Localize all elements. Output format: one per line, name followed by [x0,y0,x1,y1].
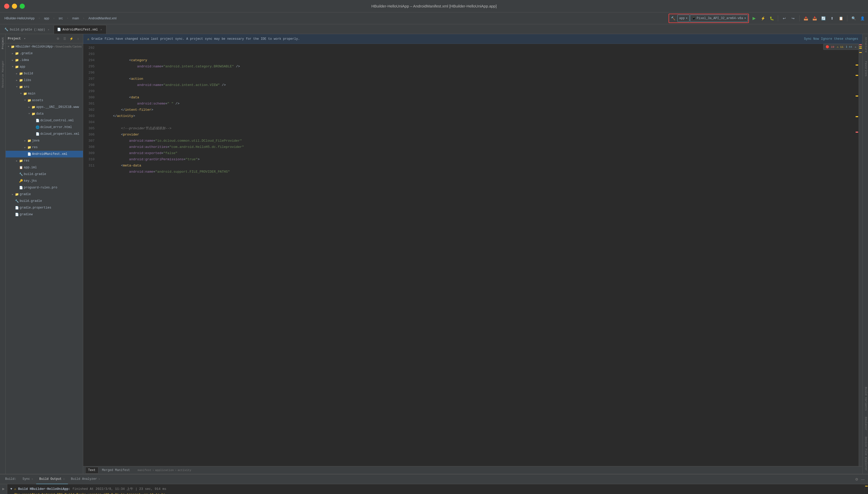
build-output-close[interactable]: ✕ [63,477,65,480]
tab-manifest-close[interactable]: ✕ [100,28,103,32]
maximize-button[interactable] [20,4,25,9]
project-name-btn[interactable]: HBuilder-HelloUniApp [2,15,37,22]
build-output-text[interactable]: ▼ ⚠ Build HBuilder-HelloUniApp: finished… [7,484,864,494]
sync-now-btn[interactable]: Sync Now [804,37,819,41]
tree-toggle[interactable]: ▶ [11,193,15,196]
app-btn[interactable]: app [41,15,51,22]
build-analyzer-close[interactable]: ✕ [98,477,100,480]
minimize-button[interactable] [12,4,17,9]
project-tab[interactable]: Project [1,34,5,52]
debug-button[interactable]: 🐛 [768,15,775,22]
tree-item[interactable]: ▶📁libs [6,77,83,83]
tab-build-gradle-close[interactable]: ✕ [47,28,50,32]
ignore-btn[interactable]: Ignore these changes [821,37,858,41]
code-content[interactable]: <category android:name="android.intent.c… [103,44,855,466]
tree-item[interactable]: 🔧build.gradle [6,171,83,177]
vcs3-btn[interactable]: 🔄 [820,15,827,22]
tree-item[interactable]: ▼📁assets [6,97,83,104]
tree-item[interactable]: ▼📁HBuilder-HelloUniApp ~/Downloads/lates [6,43,83,50]
error-warning-panel[interactable]: 🔴 19 ⚠ 11 ℹ 44 ▲ [823,44,859,50]
structure-tab[interactable]: Structure [863,34,868,56]
run-button[interactable]: ▶ [751,15,758,22]
tree-toggle[interactable]: ▶ [23,146,27,149]
tree-item[interactable]: 📄proguard-rules.pro [6,184,83,191]
account-btn[interactable]: 👤 [859,15,866,22]
resource-manager-tab[interactable]: Resource Manager [1,57,5,91]
code-editor[interactable]: 292 293 294 295 296 297 298 299 300 301 … [83,44,862,466]
tree-toggle[interactable]: ▶ [15,79,19,82]
tree-toggle[interactable]: ▼ [15,86,19,88]
tree-item[interactable]: ▼📁main [6,90,83,97]
tree-toggle[interactable]: ▼ [28,113,31,115]
build-variants-tab[interactable]: Build Variants [863,384,868,414]
tree-item[interactable]: ▶📁res [6,157,83,164]
tree-item[interactable]: ▶📁.gradle [6,50,83,57]
tree-item[interactable]: 📄dcloud_control.xml [6,117,83,124]
tree-item[interactable]: ▼📁src [6,83,83,90]
tree-item[interactable]: ▶📁res [6,144,83,151]
redo-btn[interactable]: ↪ [790,15,797,22]
tree-toggle[interactable]: ▼ [23,99,27,102]
merged-manifest-tab[interactable]: Merged Manifest [100,467,132,474]
tree-toggle[interactable]: ▼ [19,92,23,95]
panel-minimize-btn[interactable]: — [860,476,866,482]
text-tab[interactable]: Text [85,467,98,474]
tree-item[interactable]: 🔧build.gradle [6,198,83,204]
panel-sort-btn[interactable]: ↕ [75,36,81,41]
tree-item[interactable]: ▶📁apps.__UNI__D912C1B.www [6,104,83,111]
manifest-btn[interactable]: AndroidManifest.xml [86,15,119,22]
device-file-explorer-tab[interactable]: Device File Explorer [863,434,868,474]
tree-toggle[interactable]: ▶ [15,159,19,162]
sync-tab[interactable]: Sync ✕ [19,474,36,484]
tree-item[interactable]: ▼📁app [6,63,83,70]
tree-toggle[interactable]: ▶ [28,106,31,109]
tree-item[interactable]: 🔑key.jks [6,177,83,184]
favorites-tab[interactable]: Favorites [863,58,868,79]
chevron-up-icon[interactable]: ▲ [854,45,856,49]
build-output-tab[interactable]: Build Output ✕ [36,474,68,484]
build-expand-btn[interactable]: ▶ [1,486,6,491]
tab-build-gradle[interactable]: 🔧 build.gradle (:app) ✕ [1,25,54,34]
panel-settings-btn[interactable]: ⚙ [55,36,61,41]
panel-filter-btn[interactable]: ⚡ [69,36,74,41]
close-button[interactable] [4,4,9,9]
build-label-tab[interactable]: Build: [2,474,19,484]
tree-item[interactable]: ▶📁java [6,137,83,144]
panel-dropdown[interactable]: ▾ [24,37,25,40]
vcs4-btn[interactable]: ⬆ [829,15,836,22]
vcs-btn[interactable]: 📤 [802,15,809,22]
tree-item[interactable]: ▶📁.idea [6,57,83,63]
tree-item[interactable]: 📄gradle.properties [6,204,83,211]
app-selector[interactable]: app ▾ [677,15,689,22]
emulator-tab[interactable]: Emulator [863,414,868,434]
tree-item[interactable]: 📄gradlew [6,211,83,218]
project-tree[interactable]: ▼📁HBuilder-HelloUniApp ~/Downloads/lates… [6,43,83,474]
tree-toggle[interactable]: ▶ [11,59,15,62]
tree-item[interactable]: 🌐dcloud_error.html [6,124,83,131]
hammer-btn[interactable]: 🔨 [670,15,677,22]
panel-settings-btn[interactable]: ⚙ [853,476,860,482]
build-analyzer-tab[interactable]: Build Analyzer ✕ [68,474,103,484]
vcs5-btn[interactable]: 📋 [837,15,845,22]
vcs2-btn[interactable]: 📥 [811,15,818,22]
tree-toggle[interactable]: ▶ [15,72,19,75]
sync-close[interactable]: ✕ [32,477,33,480]
tree-toggle[interactable]: ▼ [7,45,10,48]
tree-item[interactable]: ▶📁gradle [6,191,83,198]
tab-android-manifest[interactable]: 📄 AndroidManifest.xml ✕ [54,25,106,34]
tree-toggle[interactable]: ▶ [11,52,15,55]
tree-item[interactable]: ▶📁build [6,70,83,77]
traffic-lights[interactable] [4,4,25,9]
tree-item[interactable]: 📄AndroidManifest.xml [6,151,83,157]
tree-item[interactable]: 📋app.iml [6,164,83,171]
tree-item[interactable]: ▼📁data [6,111,83,117]
device-selector[interactable]: 📱 Pixel_3a_API_32_arm64-v8a ▾ [690,15,748,22]
tree-toggle[interactable]: ▼ [11,65,15,68]
undo-btn[interactable]: ↩ [781,15,788,22]
tree-toggle[interactable]: ▶ [23,139,27,142]
panel-list-btn[interactable]: ☰ [62,36,68,41]
main-btn[interactable]: main [70,15,82,22]
tree-item[interactable]: 📄dcloud_properties.xml [6,131,83,137]
build-warning-filter[interactable]: ⚠ [1,493,6,494]
search-btn[interactable]: 🔍 [850,15,857,22]
